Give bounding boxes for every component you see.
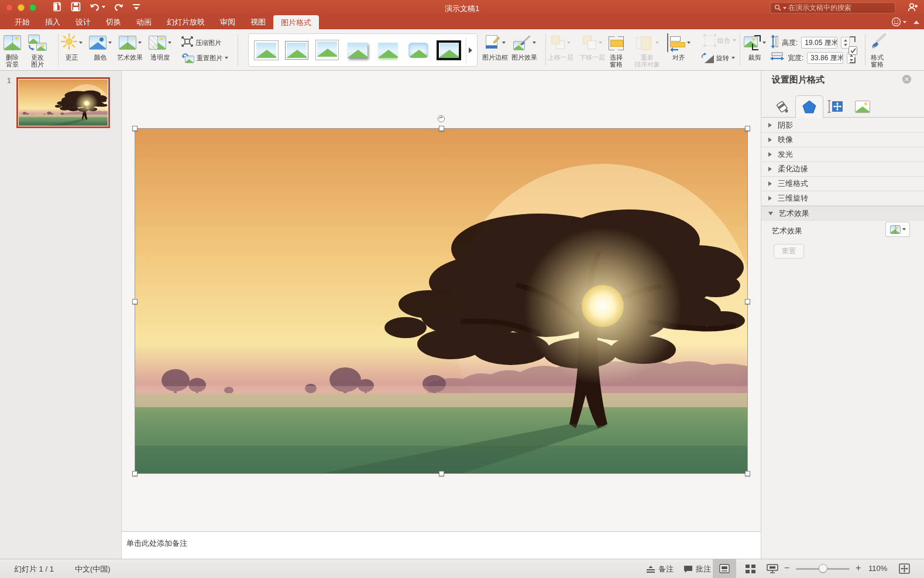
resize-handle-w[interactable] [132,299,138,304]
artistic-effect-label: 艺术效果 [772,226,802,236]
slide-sorter-icon [746,565,755,573]
panel-tab-fill[interactable] [768,95,795,118]
corrections-button[interactable]: 更正 [61,33,83,61]
rotate-caret[interactable] [731,57,735,59]
tab-animations[interactable]: 动画 [129,15,159,30]
panel-tab-size-properties[interactable] [822,95,849,118]
notes-toggle[interactable]: 备注 [646,564,674,574]
compress-pictures-button[interactable]: 压缩图片 [181,36,221,49]
smiley-icon[interactable] [891,17,906,27]
zoom-slider-knob[interactable] [819,564,827,573]
picture-border-caret[interactable] [502,42,506,44]
normal-view-button[interactable] [713,559,736,578]
color-caret[interactable] [108,42,112,44]
panel-tab-effects[interactable] [795,95,823,118]
align-caret[interactable] [687,42,691,44]
artistic-effect-dropdown[interactable] [885,222,910,237]
resize-handle-e[interactable] [745,299,750,304]
reorder-objects-button: 重新 排序对象 [634,33,660,68]
zoom-out-button[interactable]: − [784,563,789,573]
tab-review[interactable]: 审阅 [212,15,243,30]
section-reflection[interactable]: 映像 [761,133,924,147]
picture-style-6[interactable] [406,40,431,61]
resize-handle-nw[interactable] [132,126,138,131]
close-panel-icon[interactable]: ✕ [902,75,911,84]
picture-border-button[interactable]: 图片边框 [482,33,508,61]
selection-pane-button[interactable]: 选择 窗格 [609,33,624,68]
picture-effects-button[interactable]: 图片效果 [511,33,537,61]
picture-effects-caret[interactable] [533,42,536,44]
picture-style-4[interactable] [345,40,370,61]
reset-picture-caret[interactable] [225,57,228,59]
add-person-icon[interactable] [907,2,918,15]
section-glow[interactable]: 发光 [761,147,924,162]
width-input[interactable]: 33.86 厘米 [807,52,843,64]
notes-pane[interactable]: 单击此处添加备注 [122,531,761,559]
tab-view[interactable]: 视图 [243,15,273,30]
picture-style-1[interactable] [254,40,279,61]
language-indicator[interactable]: 中文(中国) [75,564,111,574]
section-shadow[interactable]: 阴影 [761,118,924,133]
gallery-more-button[interactable] [466,37,475,63]
section-3d-rotation[interactable]: 三维旋转 [761,191,924,206]
artistic-effect-reset-button[interactable]: 重置 [774,244,804,259]
section-3d-format[interactable]: 三维格式 [761,177,924,191]
search-scope-caret[interactable] [783,7,786,9]
tab-picture-format[interactable]: 图片格式 [273,15,319,31]
slide-indicator[interactable]: 幻灯片 1 / 1 [14,564,54,574]
resize-handle-sw[interactable] [132,471,138,476]
resize-handle-s[interactable] [439,471,444,476]
resize-handle-se[interactable] [745,471,750,476]
zoom-level[interactable]: 110% [868,564,887,573]
picture-style-3[interactable] [315,40,339,61]
collapse-ribbon-icon[interactable] [913,20,919,24]
resize-handle-n[interactable] [439,126,444,131]
section-artistic-effects[interactable]: 艺术效果 [761,206,924,221]
artistic-effects-caret[interactable] [138,42,142,44]
search-input[interactable]: 在演示文稿中的搜索 [770,2,895,13]
size-properties-icon [827,99,844,114]
zoom-in-button[interactable]: + [856,563,861,573]
slide-canvas[interactable] [122,71,761,531]
corrections-caret[interactable] [79,42,83,44]
fit-window-button[interactable] [899,563,910,574]
crop-caret[interactable] [762,42,766,44]
notes-placeholder: 单击此处添加备注 [126,538,187,549]
tab-transitions[interactable]: 切换 [98,15,129,30]
align-button[interactable]: 对齐 [667,33,691,61]
lock-aspect-bracket-bottom [850,57,856,63]
color-button[interactable]: 颜色 [89,33,112,61]
reset-picture-button[interactable]: 重置图片 [181,53,228,63]
rotate-button[interactable]: 旋转 [701,53,735,63]
change-picture-button[interactable]: 更改图片 [28,33,47,68]
tab-insert[interactable]: 插入 [37,15,68,30]
resize-handle-ne[interactable] [745,126,750,131]
height-input[interactable]: 19.05 厘米 [801,37,837,49]
comments-toggle[interactable]: 批注 [683,564,711,574]
width-icon [770,52,784,64]
picture-style-7-selected[interactable] [437,40,461,61]
transparency-caret[interactable] [168,42,171,44]
slideshow-button[interactable] [761,559,784,578]
remove-background-button[interactable]: 删除背景 [4,33,21,68]
picture-style-2[interactable] [284,40,309,61]
slide-thumbnail-1[interactable] [16,77,110,128]
picture-tab-icon [855,101,870,113]
artistic-effects-button[interactable]: 艺术效果 [117,33,143,61]
transparency-button[interactable]: 透明度 [149,33,171,61]
tab-design[interactable]: 设计 [68,15,98,30]
tab-home[interactable]: 开始 [7,15,37,30]
format-picture-panel: 设置图片格式 ✕ 阴影 映像 发光 柔化边缘 三维格式 三维旋转 艺术效果 艺术… [761,71,924,559]
rotate-handle[interactable] [437,115,445,123]
tab-slideshow[interactable]: 幻灯片放映 [159,15,212,30]
send-backward-caret [599,42,602,44]
section-soft-edges[interactable]: 柔化边缘 [761,162,924,177]
panel-tab-picture[interactable] [849,95,876,118]
selected-picture[interactable] [135,128,748,474]
slide-sorter-button[interactable] [738,559,762,578]
lock-aspect-checkbox[interactable] [849,46,857,55]
picture-style-5[interactable] [376,40,400,61]
picture-styles-gallery [248,33,478,67]
crop-button[interactable]: 裁剪 [743,33,766,61]
format-pane-button[interactable]: 格式 窗格 [868,33,886,68]
